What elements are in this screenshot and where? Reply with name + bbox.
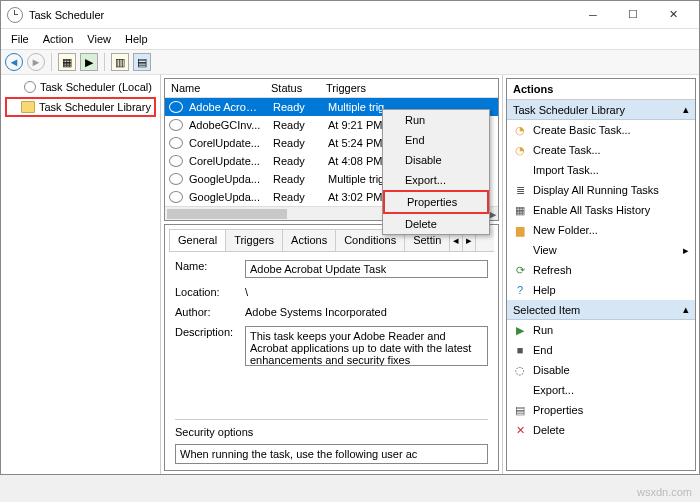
collapse-icon[interactable] — [7, 83, 16, 92]
tree-root-label: Task Scheduler (Local) — [40, 81, 152, 93]
ctx-delete[interactable]: Delete — [383, 214, 489, 234]
action-create-basic[interactable]: ◔Create Basic Task... — [507, 120, 695, 140]
task-scheduler-window: Task Scheduler ─ ☐ ✕ File Action View He… — [0, 0, 700, 475]
properties-icon: ▤ — [513, 403, 527, 417]
ctx-export[interactable]: Export... — [383, 170, 489, 190]
action-end[interactable]: ■End — [507, 340, 695, 360]
action-label: Import Task... — [533, 164, 599, 176]
action-label: Export... — [533, 384, 574, 396]
export-icon — [513, 383, 527, 397]
folder-icon — [21, 101, 35, 113]
action-display-running[interactable]: ≣Display All Running Tasks — [507, 180, 695, 200]
action-view[interactable]: View▸ — [507, 240, 695, 260]
action-run[interactable]: ▶Run — [507, 320, 695, 340]
tab-triggers[interactable]: Triggers — [225, 229, 283, 251]
action-refresh[interactable]: ⟳Refresh — [507, 260, 695, 280]
toolbar-btn-3[interactable]: ▥ — [111, 53, 129, 71]
action-new-folder[interactable]: ▆New Folder... — [507, 220, 695, 240]
action-label: Create Basic Task... — [533, 124, 631, 136]
action-disable[interactable]: ◌Disable — [507, 360, 695, 380]
task-status: Ready — [267, 170, 322, 188]
maximize-button[interactable]: ☐ — [613, 2, 653, 28]
delete-icon: ✕ — [513, 423, 527, 437]
close-button[interactable]: ✕ — [653, 2, 693, 28]
action-enable-history[interactable]: ▦Enable All Tasks History — [507, 200, 695, 220]
nav-forward-icon[interactable]: ► — [27, 53, 45, 71]
actions-section-label: Task Scheduler Library — [513, 104, 625, 116]
ctx-end[interactable]: End — [383, 130, 489, 150]
action-label: Run — [533, 324, 553, 336]
col-status[interactable]: Status — [265, 79, 320, 97]
description-input[interactable]: This task keeps your Adobe Reader and Ac… — [245, 326, 488, 366]
task-name: Adobe Acrob... — [183, 98, 267, 116]
toolbar-btn-2[interactable]: ▶ — [80, 53, 98, 71]
history-icon: ▦ — [513, 203, 527, 217]
clock-icon — [169, 173, 183, 185]
action-import[interactable]: Import Task... — [507, 160, 695, 180]
name-input[interactable]: Adobe Acrobat Update Task — [245, 260, 488, 278]
col-triggers[interactable]: Triggers — [320, 79, 498, 97]
tab-general[interactable]: General — [169, 229, 226, 251]
task-name: GoogleUpda... — [183, 170, 267, 188]
context-menu: Run End Disable Export... Properties Del… — [382, 109, 490, 235]
menu-bar: File Action View Help — [1, 29, 699, 49]
action-label: Delete — [533, 424, 565, 436]
window-title: Task Scheduler — [29, 9, 573, 21]
toolbar-divider — [104, 53, 105, 71]
location-value: \ — [245, 286, 488, 298]
play-icon: ▶ — [513, 323, 527, 337]
tab-actions[interactable]: Actions — [282, 229, 336, 251]
action-label: Enable All Tasks History — [533, 204, 650, 216]
action-label: Create Task... — [533, 144, 601, 156]
list-icon: ≣ — [513, 183, 527, 197]
col-name[interactable]: Name — [165, 79, 265, 97]
ctx-properties[interactable]: Properties — [383, 190, 489, 214]
action-label: Properties — [533, 404, 583, 416]
ctx-disable[interactable]: Disable — [383, 150, 489, 170]
clock-icon — [169, 155, 183, 167]
minimize-button[interactable]: ─ — [573, 2, 613, 28]
author-value: Adobe Systems Incorporated — [245, 306, 488, 318]
actions-pane: Actions Task Scheduler Library ▴ ◔Create… — [506, 78, 696, 471]
collapse-icon[interactable]: ▴ — [683, 303, 689, 316]
clock-icon — [169, 137, 183, 149]
ctx-run[interactable]: Run — [383, 110, 489, 130]
disable-icon: ◌ — [513, 363, 527, 377]
scroll-thumb[interactable] — [167, 209, 287, 219]
body: Task Scheduler (Local) Task Scheduler Li… — [1, 75, 699, 474]
help-icon: ? — [513, 283, 527, 297]
task-status: Ready — [267, 188, 322, 206]
menu-action[interactable]: Action — [37, 31, 80, 47]
action-help[interactable]: ?Help — [507, 280, 695, 300]
action-label: View — [533, 244, 557, 256]
tree-library[interactable]: Task Scheduler Library — [5, 97, 156, 117]
toolbar-btn-1[interactable]: ▦ — [58, 53, 76, 71]
security-user-line: When running the task, use the following… — [175, 444, 488, 464]
menu-file[interactable]: File — [5, 31, 35, 47]
blank-icon — [513, 243, 527, 257]
refresh-icon: ⟳ — [513, 263, 527, 277]
action-delete[interactable]: ✕Delete — [507, 420, 695, 440]
action-properties[interactable]: ▤Properties — [507, 400, 695, 420]
actions-header: Actions — [507, 79, 695, 100]
collapse-icon[interactable]: ▴ — [683, 103, 689, 116]
security-options-heading: Security options — [175, 419, 488, 438]
action-create-task[interactable]: ◔Create Task... — [507, 140, 695, 160]
task-status: Ready — [267, 152, 322, 170]
action-export[interactable]: Export... — [507, 380, 695, 400]
menu-view[interactable]: View — [81, 31, 117, 47]
action-label: End — [533, 344, 553, 356]
task-details: General Triggers Actions Conditions Sett… — [164, 224, 499, 471]
watermark: wsxdn.com — [637, 486, 692, 498]
titlebar: Task Scheduler ─ ☐ ✕ — [1, 1, 699, 29]
nav-back-icon[interactable]: ◄ — [5, 53, 23, 71]
toolbar-btn-4[interactable]: ▤ — [133, 53, 151, 71]
tree-root[interactable]: Task Scheduler (Local) — [5, 79, 156, 95]
clock-icon — [7, 7, 23, 23]
toolbar-divider — [51, 53, 52, 71]
menu-help[interactable]: Help — [119, 31, 154, 47]
import-icon — [513, 163, 527, 177]
clock-icon — [169, 119, 183, 131]
task-icon: ◔ — [513, 143, 527, 157]
name-label: Name: — [175, 260, 245, 278]
